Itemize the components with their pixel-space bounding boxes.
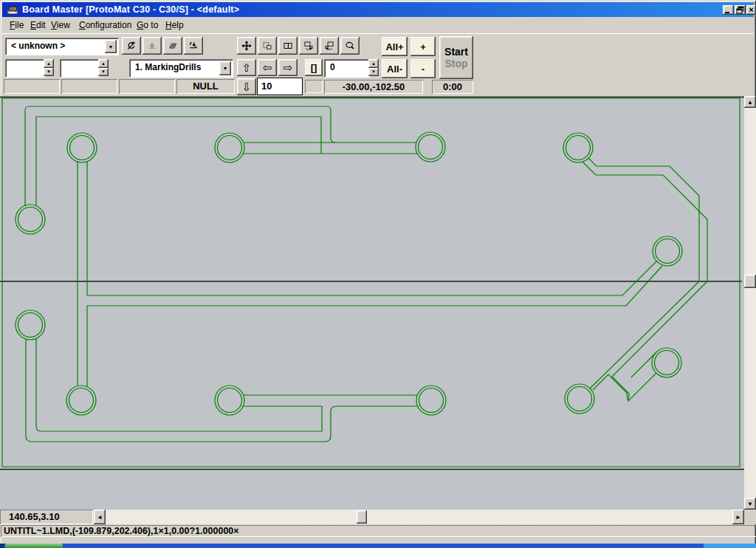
head-selector-value: < unknown > <box>11 41 65 51</box>
rotate-right-icon[interactable] <box>320 37 339 55</box>
spinner-up-icon[interactable]: ▲ <box>368 59 379 68</box>
spindle-toggle-icon[interactable] <box>122 37 141 55</box>
taskbar-corner <box>0 544 4 548</box>
chevron-down-icon[interactable]: ▼ <box>219 61 231 75</box>
start-stop-button[interactable]: Start Stop <box>439 36 473 79</box>
select-copy-icon[interactable] <box>258 37 277 55</box>
status-cell-1 <box>4 79 60 94</box>
app-icon <box>7 4 18 15</box>
phase-selector-value: 1. MarkingDrills <box>135 62 201 72</box>
status-bar: UNTITL~1.LMD,(-109.879,202.406),1×1,0.00… <box>1 525 756 537</box>
menu-go-to[interactable]: Go to <box>135 19 159 31</box>
spinner-up-icon[interactable]: ▲ <box>98 59 109 68</box>
move-up-button[interactable]: ⇧ <box>237 59 256 76</box>
move-right-button[interactable]: ⇨ <box>278 59 298 76</box>
step-size-spinner[interactable]: ▲ ▼ <box>368 59 379 76</box>
menu-configuration[interactable]: Configuration <box>78 19 133 31</box>
move-down-button[interactable]: ⇩ <box>237 78 256 95</box>
pcb-artwork <box>0 96 744 510</box>
x-coordinate-spinner[interactable]: ▲ ▼ <box>44 59 54 76</box>
h-scroll-track[interactable] <box>106 510 732 524</box>
taskbar-start-button[interactable] <box>5 544 63 548</box>
spinner-down-icon[interactable]: ▼ <box>98 68 109 77</box>
menu-view[interactable]: View <box>49 19 72 31</box>
vertical-scrollbar[interactable]: ▲ ▼ <box>744 96 756 510</box>
all-plus-button[interactable]: All+ <box>382 37 408 56</box>
y-coordinate-spinner[interactable]: ▲ ▼ <box>98 59 109 76</box>
duplicate-icon[interactable] <box>278 37 298 55</box>
status-cell-2 <box>61 79 117 94</box>
menu-bar: FileEditViewConfigurationGo toHelp <box>2 18 754 32</box>
move-icon[interactable] <box>237 37 256 55</box>
v-scroll-track[interactable] <box>744 108 756 498</box>
minimize-button[interactable] <box>723 5 734 15</box>
move-left-button[interactable]: ⇦ <box>258 59 277 76</box>
taskbar-edge <box>0 544 756 548</box>
scroll-up-icon[interactable]: ▲ <box>744 96 756 108</box>
step-size-field[interactable]: 0 <box>324 59 370 78</box>
phase-selector-combobox[interactable]: 1. MarkingDrills ▼ <box>129 59 233 78</box>
scrollbar-corner <box>744 510 756 524</box>
menu-file[interactable]: File <box>8 19 25 31</box>
plus-button[interactable]: + <box>410 37 436 56</box>
mill-head-icon[interactable] <box>184 37 203 55</box>
close-button[interactable]: × <box>746 5 756 15</box>
chevron-down-icon[interactable]: ▼ <box>105 40 117 53</box>
cursor-position-cell: 140.65,3.10 <box>0 510 93 524</box>
spinner-down-icon[interactable]: ▼ <box>44 68 54 77</box>
restore-button[interactable] <box>735 5 746 15</box>
start-label: Start <box>444 46 468 58</box>
taskbar-tray <box>704 544 756 548</box>
elapsed-time-cell: 0:00 <box>432 80 473 94</box>
scroll-left-icon[interactable]: ◄ <box>94 510 106 524</box>
board-canvas[interactable] <box>0 96 744 510</box>
tool-lower-icon[interactable] <box>142 37 162 55</box>
window-title: Board Master [ProtoMat C30 - C30/S] - <d… <box>22 4 239 15</box>
title-bar[interactable]: Board Master [ProtoMat C30 - C30/S] - <d… <box>2 2 754 17</box>
scroll-right-icon[interactable]: ► <box>732 510 744 524</box>
rubout-area-icon[interactable] <box>163 37 182 55</box>
spinner-up-icon[interactable]: ▲ <box>44 59 54 68</box>
app-window: Board Master [ProtoMat C30 - C30/S] - <d… <box>0 0 756 548</box>
toolbar: < unknown > ▼ All+ + All- - Start Stop ▲… <box>2 33 754 97</box>
menu-help[interactable]: Help <box>164 19 185 31</box>
scroll-down-icon[interactable]: ▼ <box>744 498 756 510</box>
all-minus-button[interactable]: All- <box>382 59 408 78</box>
zoom-icon[interactable] <box>340 37 360 55</box>
machine-position-cell: -30.00,-102.50 <box>324 80 423 94</box>
x-coordinate-field[interactable] <box>5 59 45 78</box>
menu-edit[interactable]: Edit <box>29 19 47 31</box>
brackets-button[interactable]: [] <box>305 59 323 76</box>
tool-status-cell: NULL <box>176 79 235 94</box>
y-coordinate-field[interactable] <box>60 59 100 78</box>
status-cell-small <box>305 80 323 93</box>
spinner-down-icon[interactable]: ▼ <box>368 68 379 77</box>
h-scroll-thumb[interactable] <box>357 510 367 524</box>
step-size-value: 0 <box>330 62 335 72</box>
rotate-left-icon[interactable] <box>299 37 318 55</box>
head-selector-combobox[interactable]: < unknown > ▼ <box>5 38 119 55</box>
status-cell-3 <box>119 79 175 94</box>
stop-label: Stop <box>444 58 467 69</box>
feed-rate-field[interactable]: 10 <box>257 78 303 95</box>
v-scroll-thumb[interactable] <box>744 275 756 288</box>
minus-button[interactable]: - <box>410 59 436 78</box>
